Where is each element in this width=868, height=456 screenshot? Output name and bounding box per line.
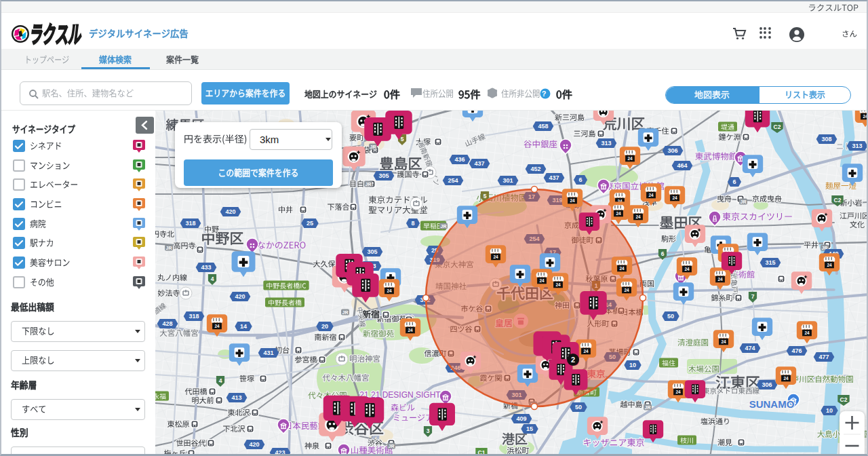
svg-text:14: 14 (605, 301, 612, 308)
svg-text:C2: C2 (840, 396, 848, 403)
svg-text:313: 313 (852, 142, 862, 149)
svg-text:3: 3 (427, 428, 430, 434)
svg-text:2: 2 (571, 356, 575, 364)
svg-text:10: 10 (629, 362, 636, 368)
svg-text:JR: JR (822, 246, 828, 250)
svg-text:433: 433 (201, 264, 211, 271)
svg-text:17: 17 (528, 193, 535, 200)
svg-text:409: 409 (516, 415, 526, 422)
svg-text:5: 5 (401, 136, 404, 142)
svg-text:50: 50 (575, 404, 582, 411)
svg-text:8: 8 (411, 220, 414, 227)
svg-text:25: 25 (307, 220, 313, 227)
svg-text:JR: JR (741, 200, 747, 204)
svg-text:428: 428 (162, 320, 172, 327)
svg-text:20: 20 (321, 323, 328, 330)
svg-text:433: 433 (366, 263, 376, 269)
svg-text:4: 4 (211, 276, 214, 282)
svg-text:315: 315 (765, 259, 775, 266)
svg-text:449: 449 (828, 250, 838, 257)
svg-text:254: 254 (529, 235, 539, 242)
svg-text:319: 319 (552, 197, 562, 204)
svg-text:50: 50 (667, 313, 674, 320)
svg-text:7: 7 (751, 293, 755, 300)
svg-text:318: 318 (189, 313, 199, 320)
svg-text:464: 464 (677, 162, 687, 169)
svg-text:318: 318 (185, 220, 195, 227)
svg-text:302: 302 (420, 297, 430, 303)
svg-text:246: 246 (450, 364, 460, 371)
svg-text:JR: JR (389, 444, 395, 449)
svg-text:431: 431 (263, 349, 273, 356)
svg-text:C2: C2 (834, 197, 842, 204)
svg-text:10: 10 (826, 407, 833, 414)
svg-text:6: 6 (732, 178, 736, 185)
svg-text:C2: C2 (774, 124, 781, 130)
svg-text:306: 306 (667, 147, 677, 154)
svg-text:JR: JR (166, 246, 172, 250)
svg-text:6: 6 (661, 250, 665, 257)
svg-text:437: 437 (549, 174, 559, 181)
svg-text:254: 254 (448, 177, 458, 184)
svg-text:14: 14 (240, 323, 247, 330)
svg-text:C1: C1 (478, 449, 486, 456)
svg-text:1: 1 (595, 282, 598, 289)
svg-text:15: 15 (526, 425, 533, 432)
svg-text:4: 4 (219, 377, 222, 384)
svg-text:313: 313 (601, 140, 611, 147)
svg-text:JR: JR (612, 353, 618, 358)
svg-text:437: 437 (474, 160, 484, 167)
svg-text:JR: JR (624, 280, 630, 284)
svg-text:25: 25 (431, 247, 438, 254)
svg-text:306: 306 (762, 381, 772, 388)
svg-text:JR: JR (370, 145, 376, 149)
svg-text:301: 301 (502, 177, 513, 184)
svg-text:JR: JR (722, 250, 728, 255)
svg-text:458: 458 (538, 123, 548, 130)
svg-text:305: 305 (378, 172, 389, 179)
svg-text:305: 305 (367, 248, 377, 255)
svg-text:452: 452 (530, 166, 540, 172)
svg-text:477: 477 (818, 354, 829, 360)
svg-text:17: 17 (549, 249, 556, 256)
svg-text:JR: JR (366, 182, 372, 187)
svg-text:476: 476 (791, 347, 802, 354)
svg-text:SUNAMO: SUNAMO (749, 398, 795, 410)
svg-text:5: 5 (484, 193, 487, 200)
svg-text:436: 436 (454, 156, 465, 163)
svg-text:420: 420 (249, 441, 259, 448)
svg-text:6: 6 (578, 176, 582, 183)
svg-text:413: 413 (231, 394, 241, 401)
svg-text:JR: JR (588, 306, 594, 311)
svg-text:420: 420 (235, 293, 245, 300)
svg-text:474: 474 (745, 345, 755, 352)
svg-text:319: 319 (429, 256, 439, 263)
svg-text:308: 308 (821, 136, 831, 142)
svg-text:JR: JR (342, 310, 349, 315)
svg-text:JR: JR (645, 405, 651, 410)
svg-text:423: 423 (275, 449, 285, 456)
svg-text:JR: JR (530, 402, 536, 407)
svg-text:420: 420 (225, 208, 235, 215)
svg-text:301: 301 (511, 392, 521, 398)
svg-text:JR: JR (441, 224, 447, 229)
svg-text:50: 50 (609, 354, 616, 360)
svg-text:21 21 DESIGN SIGHT: 21 21 DESIGN SIGHT (359, 390, 441, 400)
